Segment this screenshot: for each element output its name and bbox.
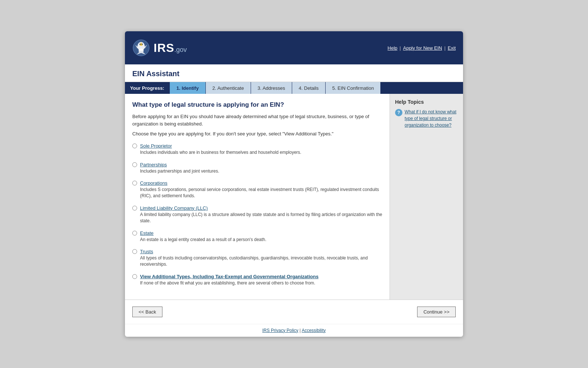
accessibility-link[interactable]: Accessibility xyxy=(302,328,326,333)
buttons-area: << Back Continue >> xyxy=(125,300,463,324)
header-logo: IRS.gov xyxy=(132,39,187,57)
option-desc-additional-types: If none of the above fit what you are es… xyxy=(140,280,319,286)
link-corporations[interactable]: Corporations xyxy=(140,180,167,186)
irs-text: IRS xyxy=(154,41,174,54)
option-item-partnerships: Partnerships Includes partnerships and j… xyxy=(132,162,382,174)
progress-step-identify[interactable]: 1. Identify xyxy=(169,82,205,94)
option-item-additional-types: View Additional Types, Including Tax-Exe… xyxy=(132,273,382,286)
progress-step-authenticate[interactable]: 2. Authenticate xyxy=(205,82,251,94)
option-label-partnerships: Partnerships xyxy=(140,162,219,167)
progress-step-confirmation[interactable]: 5. EIN Confirmation xyxy=(325,82,380,94)
sidebar: Help Topics ? What if I do not know what… xyxy=(390,94,463,299)
option-desc-trusts: All types of trusts including conservato… xyxy=(140,255,382,268)
footer: IRS Privacy Policy | Accessibility xyxy=(125,324,463,337)
option-item-corporations: Corporations Includes S corporations, pe… xyxy=(132,180,382,199)
radio-sole-proprietor[interactable] xyxy=(132,144,137,148)
link-llc[interactable]: Limited Liability Company (LLC) xyxy=(140,205,208,211)
page-title: EIN Assistant xyxy=(132,70,456,78)
apply-for-new-ein-link[interactable]: Apply for New EIN xyxy=(403,45,442,51)
radio-additional-types[interactable] xyxy=(132,274,137,279)
nav-separator-2: | xyxy=(444,45,445,51)
radio-trusts[interactable] xyxy=(132,249,137,254)
svg-point-3 xyxy=(140,44,141,45)
option-item-estate: Estate An estate is a legal entity creat… xyxy=(132,230,382,243)
option-item-trusts: Trusts All types of trusts including con… xyxy=(132,248,382,268)
help-legal-structure-link[interactable]: What if I do not know what type of legal… xyxy=(405,109,456,128)
option-desc-sole-proprietor: Includes individuals who are in business… xyxy=(140,149,301,156)
link-sole-proprietor[interactable]: Sole Proprietor xyxy=(140,143,172,149)
link-additional-types[interactable]: View Additional Types, Including Tax-Exe… xyxy=(140,274,319,279)
main-content: What type of legal structure is applying… xyxy=(125,94,463,299)
exit-link[interactable]: Exit xyxy=(448,45,456,51)
progress-step-details[interactable]: 4. Details xyxy=(292,82,325,94)
gov-text: .gov xyxy=(174,46,187,53)
page-title-area: EIN Assistant xyxy=(125,64,463,82)
option-item-llc: Limited Liability Company (LLC) A limite… xyxy=(132,205,382,224)
form-area: What type of legal structure is applying… xyxy=(125,94,390,299)
option-label-corporations: Corporations xyxy=(140,180,382,186)
continue-button[interactable]: Continue >> xyxy=(417,307,456,317)
link-partnerships[interactable]: Partnerships xyxy=(140,162,167,167)
option-label-estate: Estate xyxy=(140,230,266,236)
option-content-sole-proprietor: Sole Proprietor Includes individuals who… xyxy=(140,143,301,156)
logo-irs-text: IRS.gov xyxy=(154,41,187,55)
option-label-trusts: Trusts xyxy=(140,248,382,254)
sidebar-title: Help Topics xyxy=(395,99,458,105)
question-desc-1: Before applying for an EIN you should ha… xyxy=(132,113,382,127)
svg-point-7 xyxy=(139,49,144,53)
sidebar-help-item: ? What if I do not know what type of leg… xyxy=(395,109,458,128)
svg-point-4 xyxy=(142,44,143,45)
option-list: Sole Proprietor Includes individuals who… xyxy=(132,143,382,286)
option-content-partnerships: Partnerships Includes partnerships and j… xyxy=(140,162,219,174)
irs-eagle-icon xyxy=(132,39,150,57)
progress-label: Your Progress: xyxy=(125,82,169,94)
progress-step-addresses[interactable]: 3. Addresses xyxy=(251,82,292,94)
option-content-additional-types: View Additional Types, Including Tax-Exe… xyxy=(140,273,319,286)
option-desc-estate: An estate is a legal entity created as a… xyxy=(140,237,266,243)
privacy-policy-link[interactable]: IRS Privacy Policy xyxy=(262,328,298,333)
option-content-corporations: Corporations Includes S corporations, pe… xyxy=(140,180,382,199)
option-label-sole-proprietor: Sole Proprietor xyxy=(140,143,301,149)
option-label-llc: Limited Liability Company (LLC) xyxy=(140,205,382,211)
question-desc-2: Choose the type you are applying for. If… xyxy=(132,130,382,138)
header-nav: Help | Apply for New EIN | Exit xyxy=(388,45,456,51)
main-window: IRS.gov Help | Apply for New EIN | Exit … xyxy=(125,31,463,336)
radio-partnerships[interactable] xyxy=(132,162,137,167)
option-content-estate: Estate An estate is a legal entity creat… xyxy=(140,230,266,243)
option-desc-corporations: Includes S corporations, personal servic… xyxy=(140,187,382,199)
sidebar-link-legal-structure: What if I do not know what type of legal… xyxy=(405,109,458,128)
radio-llc[interactable] xyxy=(132,206,137,210)
option-desc-partnerships: Includes partnerships and joint ventures… xyxy=(140,168,219,174)
radio-estate[interactable] xyxy=(132,231,137,236)
help-question-icon: ? xyxy=(395,109,402,116)
nav-separator-1: | xyxy=(399,45,401,51)
back-button[interactable]: << Back xyxy=(132,307,162,317)
link-estate[interactable]: Estate xyxy=(140,230,154,236)
progress-bar: Your Progress: 1. Identify 2. Authentica… xyxy=(125,82,463,94)
link-trusts[interactable]: Trusts xyxy=(140,249,153,254)
option-content-trusts: Trusts All types of trusts including con… xyxy=(140,248,382,268)
question-title: What type of legal structure is applying… xyxy=(132,101,382,109)
option-item-sole-proprietor: Sole Proprietor Includes individuals who… xyxy=(132,143,382,156)
radio-corporations[interactable] xyxy=(132,181,137,185)
header: IRS.gov Help | Apply for New EIN | Exit xyxy=(125,31,463,64)
option-content-llc: Limited Liability Company (LLC) A limite… xyxy=(140,205,382,224)
option-desc-llc: A limited liability company (LLC) is a s… xyxy=(140,212,382,224)
help-link[interactable]: Help xyxy=(388,45,398,51)
option-label-additional-types: View Additional Types, Including Tax-Exe… xyxy=(140,273,319,279)
